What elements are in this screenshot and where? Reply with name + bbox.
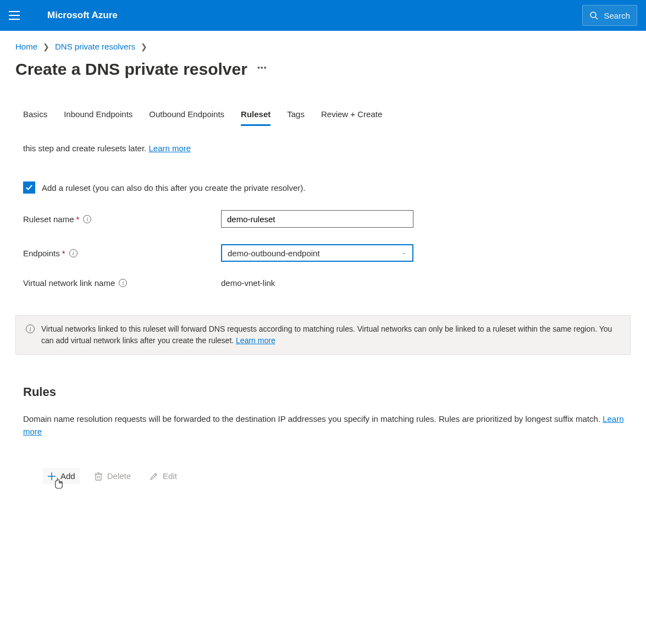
banner-learn-more-link[interactable]: Learn more [236, 336, 275, 345]
tab-review-create[interactable]: Review + Create [321, 106, 382, 126]
rules-description: Domain name resolution requests will be … [15, 413, 631, 438]
trash-icon [94, 472, 103, 481]
chevron-down-icon: ⌄ [401, 251, 407, 255]
svg-line-1 [595, 17, 598, 19]
top-bar: Microsoft Azure Search [0, 0, 646, 31]
intro-learn-more-link[interactable]: Learn more [148, 144, 191, 153]
tab-ruleset[interactable]: Ruleset [241, 106, 270, 126]
add-ruleset-checkbox[interactable] [23, 181, 35, 194]
cursor-icon [54, 477, 64, 489]
info-icon[interactable]: i [69, 249, 78, 257]
info-icon[interactable]: i [119, 279, 127, 287]
info-icon[interactable]: i [83, 215, 91, 223]
tab-outbound-endpoints[interactable]: Outbound Endpoints [149, 106, 224, 126]
tab-inbound-endpoints[interactable]: Inbound Endpoints [64, 106, 132, 126]
page-title: Create a DNS private resolver [15, 60, 247, 79]
svg-point-0 [590, 12, 596, 18]
check-icon [25, 184, 33, 191]
brand-label: Microsoft Azure [47, 10, 582, 21]
rules-title: Rules [15, 385, 631, 399]
intro-text: this step and create rulesets later. Lea… [15, 142, 631, 154]
delete-button: Delete [90, 468, 135, 484]
endpoints-select[interactable]: demo-outbound-endpoint ⌄ [221, 244, 413, 262]
vnet-link-label: Virtual network link namei [23, 278, 221, 288]
ruleset-name-label: Ruleset name*i [23, 214, 221, 224]
breadcrumb-home[interactable]: Home [15, 42, 37, 51]
hamburger-icon[interactable] [9, 11, 20, 20]
svg-rect-4 [96, 474, 101, 480]
chevron-right-icon: ❯ [43, 42, 49, 51]
tabs: Basics Inbound Endpoints Outbound Endpoi… [15, 106, 631, 126]
breadcrumb-resolvers[interactable]: DNS private resolvers [55, 42, 135, 51]
more-icon[interactable]: ••• [257, 63, 267, 75]
chevron-right-icon: ❯ [141, 42, 147, 51]
pencil-icon [150, 472, 158, 481]
tab-basics[interactable]: Basics [23, 106, 47, 126]
info-banner: i Virtual networks linked to this rulese… [15, 315, 631, 355]
ruleset-name-input[interactable] [221, 210, 413, 228]
vnet-link-value: demo-vnet-link [221, 278, 275, 288]
search-icon [589, 11, 598, 20]
info-icon: i [26, 324, 35, 333]
search-box[interactable]: Search [582, 5, 637, 26]
tab-tags[interactable]: Tags [287, 106, 305, 126]
endpoints-label: Endpoints*i [23, 249, 221, 258]
rules-toolbar: Add Delete Edit [15, 468, 631, 484]
add-ruleset-label: Add a ruleset (you can also do this afte… [42, 183, 305, 192]
edit-button: Edit [145, 468, 181, 484]
breadcrumb: Home ❯ DNS private resolvers ❯ [15, 42, 631, 51]
search-placeholder: Search [604, 11, 630, 20]
